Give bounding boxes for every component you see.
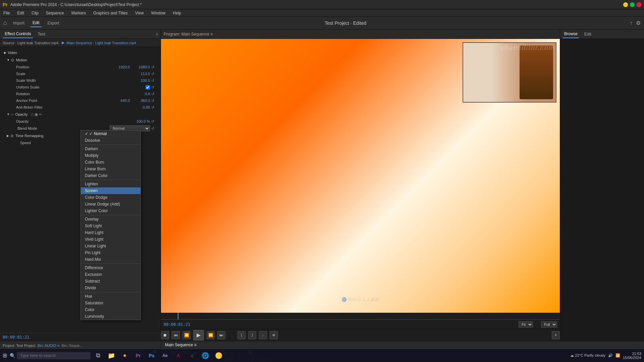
rotation-value[interactable]: 0.0 <box>131 92 151 96</box>
position-reset[interactable]: ↺ <box>151 65 157 69</box>
blend-difference[interactable]: Difference <box>81 264 141 271</box>
add-marker-button[interactable]: + <box>552 331 560 339</box>
minimize-button[interactable]: — <box>623 2 628 7</box>
scale-reset[interactable]: ↺ <box>151 72 157 76</box>
toolbar-edit-tab[interactable]: Edit <box>31 19 42 27</box>
premiere-icon[interactable]: Pr <box>132 350 144 362</box>
blend-soft-light[interactable]: Soft Light <box>81 223 141 229</box>
anti-flicker-reset[interactable]: ↺ <box>151 105 157 110</box>
spotify-icon[interactable]: ♫ <box>186 350 198 362</box>
taskbar-volume-icon[interactable]: 🔊 <box>608 353 613 358</box>
acrobat-icon[interactable]: A <box>172 350 184 362</box>
source-arrow[interactable]: ▶ <box>62 41 64 45</box>
menu-graphics[interactable]: Graphics and Titles <box>92 10 129 16</box>
blend-color-burn[interactable]: Color Burn <box>81 159 141 166</box>
menu-file[interactable]: File <box>2 10 11 16</box>
blend-overlay[interactable]: Overlay <box>81 216 141 223</box>
blend-linear-light[interactable]: Linear Light <box>81 243 141 249</box>
position-y[interactable]: 1080.0 <box>131 65 151 69</box>
blend-exclusion[interactable]: Exclusion <box>81 271 141 278</box>
scale-value[interactable]: 113.0 <box>131 72 151 76</box>
video-header[interactable]: ▶ Video <box>3 49 158 56</box>
motion-header[interactable]: ▼ ⊙ Motion <box>3 56 158 64</box>
step-back-button[interactable]: ⏮ <box>172 331 180 339</box>
uniform-scale-reset[interactable]: ↺ <box>151 85 157 89</box>
browser2-icon[interactable]: 🌐 <box>199 350 211 362</box>
anti-flicker-value[interactable]: 0.00 <box>131 105 151 109</box>
menu-edit[interactable]: Edit <box>16 10 25 16</box>
blend-hard-light[interactable]: Hard Light <box>81 229 141 236</box>
blend-darker-color[interactable]: Darker Color <box>81 172 141 179</box>
anchor-x[interactable]: 640.0 <box>111 99 131 103</box>
out-point-button[interactable]: } <box>248 331 256 339</box>
play-forward-button[interactable]: ⏩ <box>207 331 215 339</box>
blend-hard-mix[interactable]: Hard Mix <box>81 256 141 263</box>
menu-help[interactable]: Help <box>171 10 182 16</box>
blend-hue[interactable]: Hue <box>81 293 141 300</box>
opacity-reset[interactable]: ↺ <box>151 119 157 124</box>
bin-sequence[interactable]: Bin: Seque... <box>61 344 83 348</box>
close-button[interactable]: ✕ <box>637 2 641 7</box>
blend-linear-dodge[interactable]: Linear Dodge (Add) <box>81 201 141 207</box>
play-back-button[interactable]: ⏪ <box>182 331 191 339</box>
quality-dropdown[interactable]: Full <box>541 321 557 327</box>
menu-window[interactable]: Window <box>150 10 167 16</box>
play-button[interactable]: ▶ <box>193 330 204 341</box>
task-view-button[interactable]: ⧉ <box>92 350 104 362</box>
effect-timecode[interactable]: 00:00:01:21 <box>3 335 29 340</box>
share-icon[interactable]: ↑ <box>630 20 633 26</box>
blend-luminosity[interactable]: Luminosity <box>81 313 141 320</box>
blend-multiply[interactable]: Multiply <box>81 152 141 159</box>
scale-width-value[interactable]: 100.0 <box>131 78 151 82</box>
blend-color[interactable]: Color <box>81 306 141 313</box>
anchor-reset[interactable]: ↺ <box>151 99 157 103</box>
blend-linear-burn[interactable]: Linear Burn <box>81 166 141 172</box>
blend-pin-light[interactable]: Pin Light <box>81 249 141 256</box>
uniform-scale-checkbox[interactable] <box>146 85 150 89</box>
taskbar-network-icon[interactable]: 📶 <box>615 353 620 358</box>
text-tab[interactable]: Text <box>36 31 47 38</box>
blend-lighten[interactable]: Lighten <box>81 181 141 187</box>
effect-controls-tab[interactable]: Effect Controls <box>3 30 33 38</box>
blend-mode-reset[interactable]: ↺ <box>151 126 157 131</box>
position-x[interactable]: 1920.0 <box>111 65 131 69</box>
toolbar-import-tab[interactable]: Import <box>11 19 26 27</box>
overwrite-button[interactable]: ⊕ <box>270 331 278 339</box>
blend-subtract[interactable]: Subtract <box>81 278 141 285</box>
menu-clip[interactable]: Clip <box>30 10 40 16</box>
taskbar-search-input[interactable] <box>17 352 91 359</box>
home-icon[interactable]: ⌂ <box>3 19 7 26</box>
blend-darken[interactable]: Darken <box>81 145 141 152</box>
blend-vivid-light[interactable]: Vivid Light <box>81 236 141 243</box>
toolbar-export-tab[interactable]: Export <box>46 19 61 27</box>
fit-dropdown[interactable]: Fit <box>519 321 533 327</box>
program-timecode-display[interactable]: 00:00:01:21 <box>164 322 190 327</box>
opacity-header[interactable]: ▼ ○ Opacity ◻ ▣ ✏ <box>3 111 158 118</box>
windows-start-icon[interactable]: ⊞ <box>3 352 7 359</box>
bin-audio[interactable]: Bin: AUDIO ≡ <box>38 344 60 348</box>
menu-view[interactable]: View <box>134 10 145 16</box>
browse-tab[interactable]: Browse <box>563 30 579 38</box>
menu-sequence[interactable]: Sequence <box>45 10 65 16</box>
blend-divide[interactable]: Divide <box>81 285 141 291</box>
anchor-y[interactable]: 360.0 <box>131 99 151 103</box>
step-forward-button[interactable]: ⏭ <box>217 331 225 339</box>
maximize-button[interactable]: □ <box>630 2 635 7</box>
insert-button[interactable]: ↓ <box>259 331 267 339</box>
blend-screen[interactable]: Screen <box>81 187 141 194</box>
blend-dissolve[interactable]: Dissolve <box>81 137 141 144</box>
blend-lighter-color[interactable]: Lighter Color <box>81 207 141 214</box>
in-point-button[interactable]: { <box>237 331 246 339</box>
menu-markers[interactable]: Markers <box>70 10 87 16</box>
misc-icon-1[interactable]: 🟡 <box>213 350 225 362</box>
blend-saturation[interactable]: Saturation <box>81 300 141 306</box>
opacity-value[interactable]: 100.0 % <box>131 119 151 123</box>
settings-icon[interactable]: ⚙ <box>636 20 641 26</box>
chrome-icon[interactable]: ● <box>119 350 131 362</box>
scale-width-reset[interactable]: ↺ <box>151 78 157 83</box>
after-effects-icon[interactable]: Ae <box>159 350 171 362</box>
timeline-main-sequence-tab[interactable]: Main Sequence ≡ <box>164 341 198 349</box>
file-explorer-icon[interactable]: 📁 <box>105 350 117 362</box>
rotation-reset[interactable]: ↺ <box>151 92 157 96</box>
stop-button[interactable]: ⏹ <box>161 331 169 339</box>
